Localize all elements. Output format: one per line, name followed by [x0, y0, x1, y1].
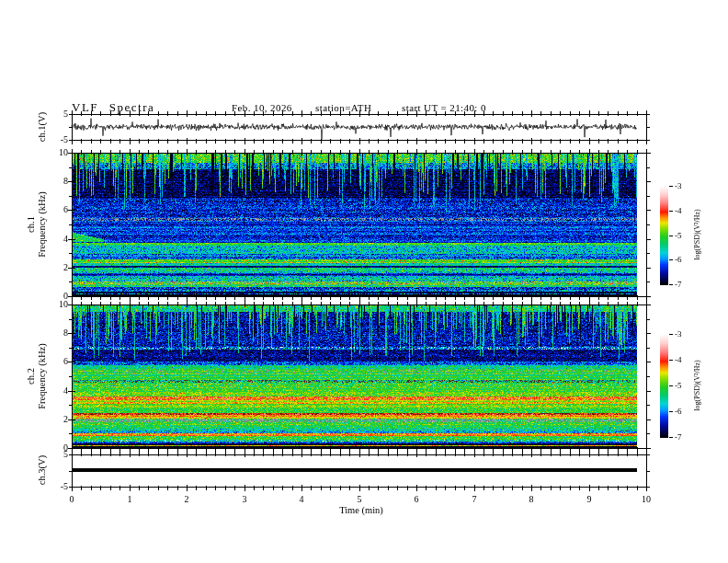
x-tick-label: 3 [231, 494, 258, 504]
x-tick-label: 0 [58, 494, 85, 504]
x-tick-label: 2 [173, 494, 200, 504]
y-tick-label: 2 [40, 262, 68, 272]
colorbar-tick-label: -6 [675, 407, 693, 416]
time-axis-label: Time (min) [320, 505, 403, 515]
y-tick-label: 4 [40, 385, 68, 396]
colorbar-tick-label: -7 [675, 432, 693, 442]
y-tick-label: 8 [40, 176, 68, 186]
y-tick-label: 8 [40, 327, 68, 338]
colorbar-tick-label: -3 [675, 329, 693, 339]
y-tick-label: 10 [40, 147, 68, 157]
date-label: Feb. 10, 2026 [232, 102, 292, 113]
x-tick-label: 7 [461, 494, 488, 504]
start-ut-label: start UT = 21:40: 0 [402, 102, 486, 113]
y-tick-label: 4 [40, 234, 68, 244]
colorbar-tick-label: -5 [675, 381, 693, 390]
colorbar-tick-label: -5 [675, 231, 693, 240]
colorbar-tick-label: -4 [675, 355, 693, 364]
colorbar-tick-label: -6 [675, 255, 693, 264]
x-tick-label: 1 [116, 494, 143, 504]
axes-layer [0, 0, 728, 563]
ch2-frequency-axis-label: ch.2Frequency (kHz) [26, 343, 48, 408]
y-tick-label: 0 [40, 442, 68, 453]
y-tick-label: -5 [40, 134, 68, 144]
y-tick-label: -5 [40, 481, 68, 491]
x-tick-label: 6 [403, 494, 430, 504]
y-tick-label: 10 [40, 299, 68, 309]
colorbar2-unit-label: log(PSD)(V²/Hz) [693, 360, 701, 410]
x-tick-label: 10 [632, 494, 660, 504]
colorbar-tick-label: -7 [675, 280, 693, 289]
y-tick-label: 6 [40, 204, 68, 214]
y-tick-label: 6 [40, 356, 68, 366]
y-tick-label: 2 [40, 414, 68, 424]
y-tick-label: 5 [40, 109, 68, 119]
vlf-spectra-figure: VLF Spectra Feb. 10, 2026 station=ATH st… [0, 0, 728, 563]
plot-title: VLF Spectra [72, 100, 154, 115]
colorbar-tick-label: -4 [675, 206, 693, 215]
ch1-frequency-axis-label: ch.1Frequency (kHz) [26, 191, 48, 257]
station-label: station=ATH [315, 102, 371, 113]
colorbar-tick-label: -3 [675, 181, 693, 190]
x-tick-label: 5 [346, 494, 373, 504]
x-tick-label: 9 [575, 494, 603, 504]
x-tick-label: 8 [518, 494, 545, 504]
colorbar1-unit-label: log(PSD)(V²/Hz) [693, 209, 701, 259]
x-tick-label: 4 [288, 494, 315, 504]
